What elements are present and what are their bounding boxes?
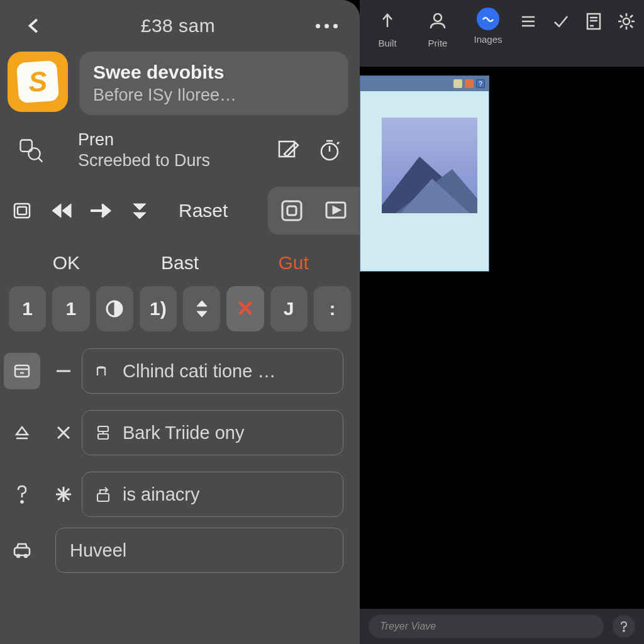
key-contrast-icon[interactable] — [96, 286, 133, 331]
list-row-2: Bark Triide ony — [0, 402, 360, 464]
pren-row: Pren Screebed to Durs — [0, 118, 360, 177]
key-1[interactable]: 1 — [9, 286, 46, 331]
document-icon[interactable] — [581, 9, 606, 34]
svg-point-44 — [623, 630, 625, 631]
row2-side-eject-icon[interactable] — [4, 414, 40, 451]
app-card[interactable]: Swee devobits Before ISy Iloree… — [79, 52, 348, 115]
svg-rect-22 — [98, 426, 108, 431]
row1-side-archive-icon[interactable] — [4, 353, 40, 389]
topbar-built-label: Built — [378, 38, 396, 48]
svg-rect-30 — [97, 494, 109, 501]
list-row-4: Huveel — [0, 525, 360, 573]
svg-rect-31 — [14, 548, 30, 555]
list-item-4[interactable]: Huveel — [55, 528, 343, 573]
window-max-icon[interactable] — [465, 79, 474, 88]
rewind-icon[interactable] — [43, 192, 80, 229]
pren-line2: Screebed to Durs — [78, 151, 274, 170]
topbar-built[interactable]: Built — [365, 4, 410, 48]
check-icon[interactable] — [548, 9, 574, 34]
workspace: ? — [360, 67, 644, 609]
svg-rect-9 — [18, 207, 26, 214]
back-arrow-icon[interactable] — [24, 15, 45, 36]
key-sort-icon[interactable] — [183, 286, 220, 331]
wave-icon — [477, 8, 499, 30]
search-icon[interactable] — [13, 136, 49, 164]
svg-point-25 — [21, 501, 23, 503]
topbar: Built Prite Inages — [360, 0, 644, 67]
svg-rect-11 — [282, 201, 301, 220]
svg-rect-8 — [14, 204, 30, 218]
user-icon — [425, 8, 451, 34]
list-item-2-label: Bark Triide ony — [123, 423, 244, 443]
app-card-title: Swee devobits — [93, 62, 335, 83]
row4-side-car-icon[interactable] — [4, 532, 40, 569]
preview-image — [382, 118, 477, 213]
topbar-prite[interactable]: Prite — [415, 4, 460, 48]
pren-line1: Pren — [78, 130, 274, 150]
svg-point-43 — [623, 18, 630, 25]
svg-point-35 — [434, 14, 441, 21]
svg-rect-15 — [15, 365, 29, 377]
app-icon[interactable]: S — [8, 52, 68, 112]
topbar-images[interactable]: Inages — [465, 4, 511, 45]
help-icon[interactable] — [613, 615, 635, 638]
key-1-paren[interactable]: 1) — [140, 286, 177, 331]
preview-window[interactable]: ? — [360, 75, 489, 272]
list-item-3[interactable]: is ainacry — [82, 472, 343, 517]
row3-side-question-icon[interactable] — [4, 476, 40, 513]
svg-rect-3 — [279, 142, 294, 157]
key-2[interactable]: 1 — [52, 286, 89, 331]
app-icon-letter: S — [16, 60, 59, 103]
tabs: OK Bast Gut — [0, 235, 360, 281]
topbar-prite-label: Prite — [428, 38, 448, 48]
row2-x-icon[interactable] — [45, 424, 82, 441]
key-colon[interactable]: : — [314, 286, 351, 331]
svg-rect-23 — [98, 434, 108, 439]
right-pane: Built Prite Inages — [360, 0, 644, 644]
key-j[interactable]: J — [270, 286, 308, 331]
bottom-search-input[interactable]: Treyer Viave — [369, 615, 604, 638]
layout-icon[interactable] — [277, 196, 307, 226]
svg-rect-12 — [287, 206, 296, 215]
side-panel: £38 sam S Swee devobits Before ISy Ilore… — [0, 0, 360, 644]
topbar-images-label: Inages — [474, 34, 502, 45]
preview-window-body — [360, 91, 489, 213]
nav-right-block — [268, 187, 360, 235]
more-menu-icon[interactable] — [311, 24, 342, 28]
list-item-3-label: is ainacry — [123, 484, 200, 505]
panel-header: £38 sam — [0, 6, 360, 43]
app-card-subtitle: Before ISy Iloree… — [93, 86, 335, 105]
tab-ok[interactable]: OK — [13, 248, 120, 277]
list-row-3: is ainacry — [0, 464, 360, 525]
list-item-4-label: Huveel — [70, 540, 126, 561]
raset-button[interactable]: Raset — [162, 200, 244, 221]
list-item-2[interactable]: Bark Triide ony — [82, 410, 343, 455]
play-screen-icon[interactable] — [321, 196, 351, 226]
gear-icon[interactable] — [614, 9, 639, 34]
list-item-1-label: Clhind cati tione … — [123, 361, 275, 382]
window-min-icon[interactable] — [453, 79, 462, 88]
preview-window-titlebar[interactable]: ? — [360, 76, 489, 91]
edit-icon[interactable] — [274, 136, 302, 164]
row1-minus-icon[interactable] — [45, 362, 82, 380]
list-item-1[interactable]: Clhind cati tione … — [82, 348, 343, 394]
key-close-icon[interactable]: ✕ — [226, 286, 264, 331]
header-time: £38 sam — [45, 15, 311, 36]
library-icon[interactable] — [4, 192, 42, 229]
timer-icon[interactable] — [316, 136, 343, 164]
menu-icon[interactable] — [516, 9, 541, 34]
topbar-right-icons — [516, 4, 639, 34]
list-section: Clhind cati tione … Bark Triide ony — [0, 334, 360, 573]
window-close-icon[interactable]: ? — [476, 79, 485, 88]
expand-down-icon[interactable] — [121, 192, 158, 229]
tab-gut[interactable]: Gut — [240, 248, 347, 277]
app-card-row: S Swee devobits Before ISy Iloree… — [0, 43, 360, 118]
bottombar: Treyer Viave — [360, 609, 644, 644]
list-row-1: Clhind cati tione … — [0, 340, 360, 402]
upload-icon — [374, 8, 401, 34]
svg-line-2 — [38, 158, 42, 162]
tab-bast[interactable]: Bast — [126, 248, 234, 277]
row3-star-icon[interactable] — [45, 485, 82, 504]
nav-toolbar: Raset — [0, 177, 360, 235]
forward-arrow-icon[interactable] — [82, 192, 119, 229]
